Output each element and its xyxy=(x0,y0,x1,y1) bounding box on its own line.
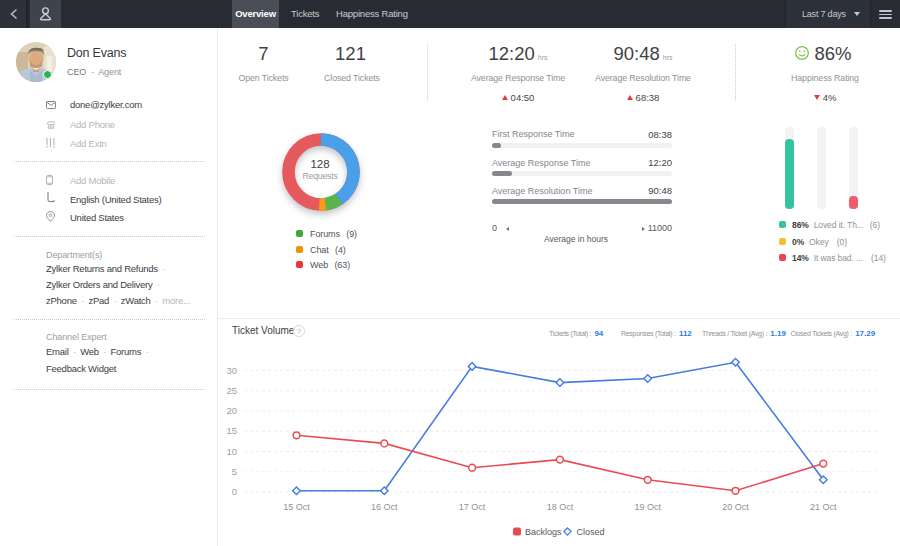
svg-text:25: 25 xyxy=(226,385,237,396)
svg-text:20 Oct: 20 Oct xyxy=(722,502,749,512)
svg-text:5: 5 xyxy=(232,466,237,477)
svg-text:15 Oct: 15 Oct xyxy=(283,502,310,512)
svg-text:30: 30 xyxy=(226,365,237,376)
svg-text:Closed: Closed xyxy=(577,527,605,537)
svg-text:17 Oct: 17 Oct xyxy=(459,502,486,512)
svg-text:16 Oct: 16 Oct xyxy=(371,502,398,512)
svg-text:18 Oct: 18 Oct xyxy=(547,502,574,512)
svg-text:10: 10 xyxy=(226,446,237,457)
svg-text:19 Oct: 19 Oct xyxy=(634,502,661,512)
svg-text:15: 15 xyxy=(226,425,237,436)
svg-text:Backlogs: Backlogs xyxy=(525,527,562,537)
svg-text:21 Oct: 21 Oct xyxy=(810,502,837,512)
svg-text:20: 20 xyxy=(226,405,237,416)
svg-text:0: 0 xyxy=(232,486,237,497)
